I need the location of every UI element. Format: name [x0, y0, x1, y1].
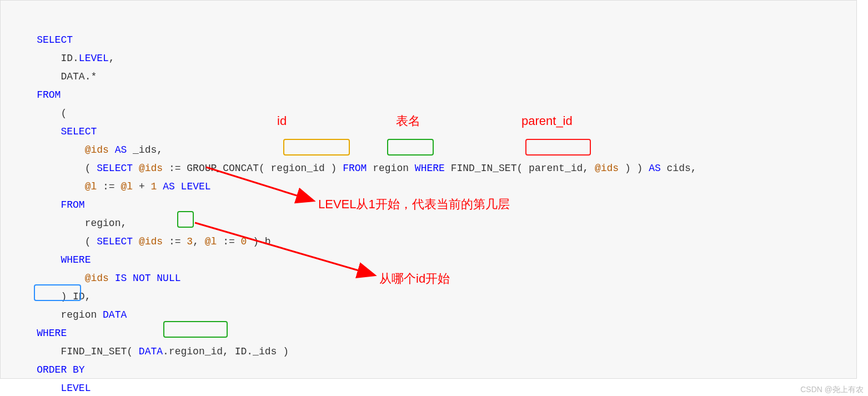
label-id: id	[277, 112, 287, 130]
highlight-box-region-id2	[163, 321, 228, 338]
label-start-note: 从哪个id开始	[379, 269, 450, 288]
highlight-box-region-id	[283, 139, 350, 156]
highlight-box-start-id	[177, 211, 194, 228]
watermark: CSDN @尧上有农	[800, 385, 864, 395]
code-line: LEVEL	[13, 361, 91, 396]
highlight-box-parent-id	[525, 139, 591, 156]
highlight-box-table	[387, 139, 434, 156]
label-level-note: LEVEL从1开始，代表当前的第几层	[318, 195, 510, 213]
highlight-box-region-alias	[34, 284, 81, 301]
label-table: 表名	[396, 112, 420, 130]
code-block: SELECT ID.LEVEL, DATA.* FROM ( SELECT @i…	[0, 0, 857, 379]
label-parent-id: parent_id	[521, 112, 573, 130]
